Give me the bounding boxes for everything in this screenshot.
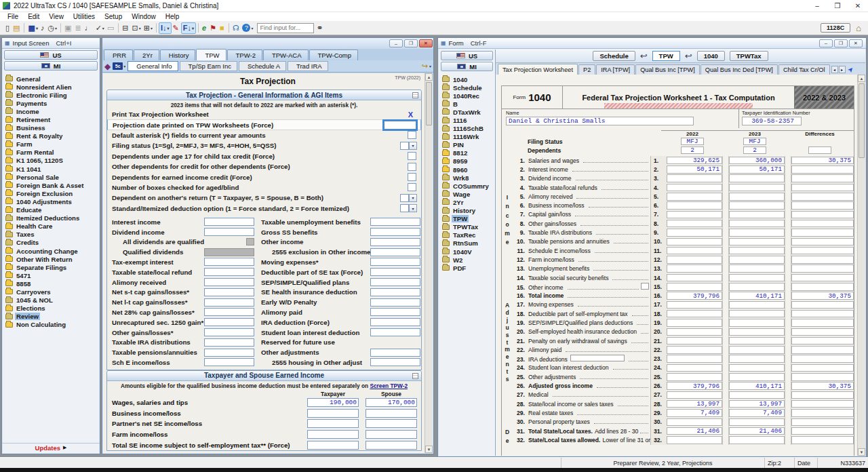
value-difference[interactable]: 30,375 (791, 292, 854, 300)
form-tab[interactable]: Qual Bus Inc Ded [TPW] (701, 64, 778, 75)
form-folder-item[interactable]: DTaxWrk (439, 108, 495, 116)
value-difference[interactable] (791, 427, 854, 435)
value-2023[interactable] (729, 193, 785, 201)
input-folder-item[interactable]: Electronic Filing (2, 91, 100, 99)
taxpayer-entry-field[interactable] (307, 409, 359, 418)
value-2022[interactable]: 379,796 (667, 382, 722, 390)
screen-tab[interactable]: TPW-Comp (309, 50, 358, 60)
form-tab[interactable]: P2 (578, 64, 595, 75)
value-difference[interactable] (791, 301, 854, 309)
scroll-up-icon[interactable]: ▲ (858, 75, 865, 82)
entry-box[interactable] (408, 183, 416, 191)
entry-box[interactable] (400, 194, 409, 202)
value-2023[interactable]: 410,171 (729, 292, 785, 300)
scrollbar-thumb[interactable] (426, 82, 432, 125)
entry-field[interactable] (204, 318, 254, 326)
pane-minimize-icon[interactable]: – (389, 39, 403, 47)
menu-item[interactable]: File (3, 13, 23, 20)
input-folder-item[interactable]: 1045 & NOL (2, 296, 100, 304)
entry-field[interactable] (204, 308, 254, 316)
nav-tpwtax-button[interactable]: TPWTax (730, 51, 768, 61)
value-difference[interactable] (791, 283, 854, 291)
value-2023[interactable] (729, 346, 785, 354)
input-folder-item[interactable]: Credits (2, 239, 100, 247)
entry-field[interactable] (204, 268, 254, 276)
value-difference[interactable]: 30,375 (791, 382, 854, 390)
entry-field[interactable] (204, 258, 254, 266)
value-2022[interactable]: 7,409 (667, 409, 722, 417)
form-folder-item[interactable]: Schedule (439, 83, 495, 92)
value-2023[interactable] (729, 319, 785, 327)
tickmark-icon[interactable]: ✎ (172, 22, 181, 34)
pane-close-icon[interactable]: ✕ (849, 39, 863, 47)
value-2023[interactable] (729, 364, 785, 372)
entry-box[interactable] (400, 142, 409, 150)
input-folder-item[interactable]: Nonresident Alien (2, 83, 100, 91)
taxpayer-entry-field[interactable] (307, 441, 359, 450)
value-2023[interactable] (729, 274, 785, 282)
value-2023[interactable] (729, 247, 785, 255)
pane-restore-icon[interactable]: ❐ (834, 39, 848, 47)
menu-item[interactable]: Edit (23, 13, 44, 20)
entry-field[interactable] (370, 268, 420, 276)
entry-field[interactable] (370, 288, 420, 296)
value-2022[interactable] (667, 193, 722, 201)
inline-entry-box[interactable] (570, 355, 625, 361)
home-icon[interactable]: ⌂ (856, 23, 861, 33)
value-2022[interactable] (667, 319, 722, 327)
mi-tab[interactable]: MI (441, 62, 493, 71)
input-folder-item[interactable]: Business (2, 124, 100, 132)
input-folder-item[interactable]: K1 1041 (2, 165, 100, 173)
scroll-up-icon[interactable]: ▲ (425, 73, 433, 81)
dropdown-arrow-icon[interactable]: ▾ (409, 194, 417, 202)
value-2023[interactable] (729, 264, 785, 273)
screen-view-icon[interactable]: ▭ (106, 22, 116, 34)
screen-subtab[interactable]: General Info (127, 61, 178, 71)
tin-field[interactable]: 369-58-2357 (742, 117, 802, 125)
input-folder-item[interactable]: Payments (2, 99, 100, 107)
entry-field[interactable] (370, 328, 420, 336)
screen-tab[interactable]: PRR (104, 50, 133, 60)
entry-box[interactable] (408, 173, 416, 181)
value-2022[interactable] (667, 346, 722, 354)
value-2022[interactable] (667, 256, 722, 264)
screen-tab[interactable]: 2Yr (134, 50, 159, 60)
entry-box[interactable] (408, 131, 416, 139)
sticky-note-icon[interactable]: ■ (218, 22, 226, 34)
input-folder-item[interactable]: Income (2, 107, 100, 115)
reference-book-icon[interactable]: ◆ (104, 62, 111, 71)
screen-tab[interactable]: TPW (196, 49, 226, 60)
spouse-entry-field[interactable] (366, 419, 417, 428)
spouse-entry-field[interactable] (366, 441, 417, 450)
value-2023[interactable]: 410,171 (729, 382, 785, 390)
menu-item[interactable]: Setup (100, 13, 127, 20)
value-difference[interactable] (791, 346, 854, 354)
input-folder-item[interactable]: Taxes (2, 231, 100, 239)
pin-icon[interactable]: ➤ (846, 65, 855, 74)
efile-icon[interactable]: e (201, 22, 208, 34)
tab-scroll-right-icon[interactable]: ▸ (839, 66, 846, 73)
scrollbar-thumb[interactable] (859, 83, 865, 158)
value-2023[interactable] (729, 238, 785, 246)
value-2023[interactable] (729, 391, 785, 399)
maximize-icon[interactable]: ❐ (827, 0, 848, 12)
value-difference[interactable] (791, 436, 854, 444)
value-2022[interactable] (667, 264, 722, 273)
entry-field[interactable] (204, 278, 254, 286)
value-2022[interactable] (667, 391, 722, 399)
value-2022[interactable] (667, 184, 722, 192)
entry-field[interactable] (370, 238, 420, 246)
section-help-icon[interactable] (412, 92, 418, 98)
input-folder-item[interactable]: Rent & Royalty (2, 132, 100, 140)
pane-restore-icon[interactable]: ❐ (404, 39, 418, 47)
toolbar-separator[interactable] (118, 23, 119, 33)
value-2022[interactable] (667, 247, 722, 255)
entry-field[interactable] (370, 248, 420, 256)
form-folder-item[interactable]: 1040Rec (439, 92, 495, 100)
value-difference[interactable] (791, 229, 854, 237)
input-folder-item[interactable]: K1 1065, 1120S (2, 157, 100, 165)
checkbox-x-value[interactable]: X (408, 111, 413, 119)
value-difference[interactable] (791, 319, 854, 327)
filing-status-2022[interactable]: MFJ (681, 138, 704, 145)
form-folder-item[interactable]: TPW (439, 215, 495, 223)
